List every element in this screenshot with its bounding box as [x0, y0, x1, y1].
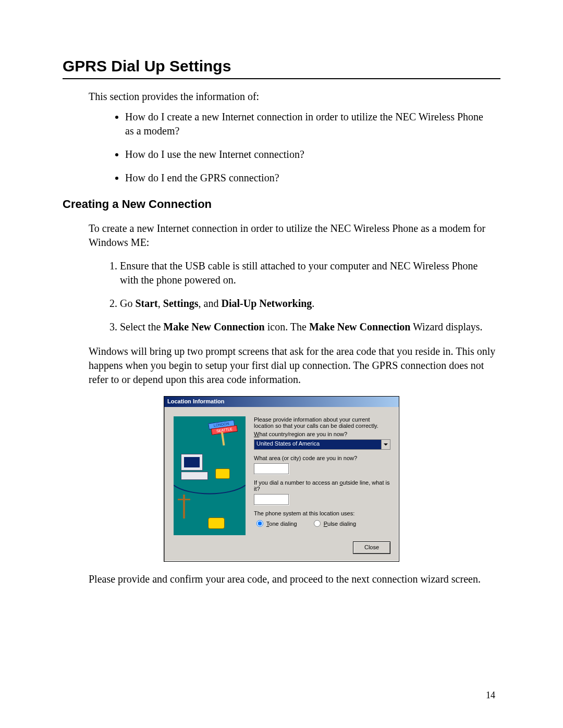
step-2-bold-dun: Dial-Up Networking	[221, 298, 312, 309]
step-2-text: .	[312, 298, 314, 309]
telephone-pole-icon	[183, 495, 185, 519]
step-2-text: , and	[199, 298, 222, 309]
step-3-bold-2: Make New Connection	[309, 321, 410, 332]
page-number: 14	[486, 690, 495, 701]
close-label: lose	[369, 544, 379, 550]
step-3-text: Wizard displays.	[410, 321, 482, 332]
bullet-item: How do I use the new Internet connection…	[125, 147, 500, 162]
country-question-text: hat country/region are you in now?	[259, 431, 347, 437]
country-select-value: United States of America	[256, 440, 320, 447]
mid-paragraph: Windows will bring up two prompt screens…	[89, 344, 500, 387]
step-1: Ensure that the USB cable is still attac…	[120, 259, 500, 287]
dialog-intro-text: Please provide information about your cu…	[254, 416, 390, 429]
signpost-icon: LONDON SEATTLE	[208, 420, 236, 438]
step-3: Select the Make New Connection icon. The…	[120, 320, 500, 334]
step-2-text: Go	[120, 298, 135, 309]
tone-label: one dialing	[269, 521, 297, 527]
country-select[interactable]: United States of America	[254, 439, 390, 450]
after-dialog-text: Please provide and confirm your area cod…	[89, 572, 500, 586]
dialog-illustration: LONDON SEATTLE	[174, 416, 246, 535]
outside-line-input[interactable]	[254, 494, 289, 505]
pulse-dialing-radio[interactable]: Pulse dialing	[311, 521, 356, 527]
document-page: GPRS Dial Up Settings This section provi…	[0, 0, 563, 728]
dialog-body: LONDON SEATTLE	[164, 407, 399, 538]
step-2-bold-start: Start	[135, 298, 157, 309]
step-2: Go Start, Settings, and Dial-Up Networki…	[120, 297, 500, 311]
tone-dialing-radio-input[interactable]	[256, 520, 263, 527]
dropdown-arrow-icon[interactable]	[381, 440, 390, 449]
step-3-text: Select the	[120, 321, 163, 332]
pulse-label: ulse dialing	[327, 521, 356, 527]
computer-icon	[181, 454, 209, 479]
tone-dialing-radio[interactable]: Tone dialing	[254, 521, 299, 527]
area-code-input[interactable]	[254, 463, 289, 474]
dialog-form: Please provide information about your cu…	[254, 416, 390, 535]
sign-post	[221, 432, 225, 446]
phone-system-label: The phone system at this location uses:	[254, 510, 390, 516]
page-title: GPRS Dial Up Settings	[63, 57, 500, 75]
location-information-dialog: Location Information LONDON SEATTLE	[164, 396, 399, 562]
bullet-item: How do I create a new Internet connectio…	[125, 110, 500, 138]
step-3-text: icon. The	[265, 321, 309, 332]
intro-text: This section provides the information of…	[89, 90, 500, 104]
numbered-steps: Ensure that the USB cable is still attac…	[63, 259, 500, 334]
phone-system-radios: Tone dialing Pulse dialing	[254, 519, 390, 527]
hotkey-underline: P	[324, 521, 327, 527]
dialog-button-row: Close	[164, 538, 399, 561]
section-heading: Creating a New Connection	[63, 198, 500, 211]
outside-line-text: If you dial a number to access an	[254, 479, 339, 486]
phone-icon	[208, 517, 225, 529]
step-2-text: ,	[158, 298, 163, 309]
phone-icon	[215, 468, 230, 479]
pulse-dialing-radio-input[interactable]	[314, 520, 321, 527]
screenshot-container: Location Information LONDON SEATTLE	[63, 396, 500, 562]
step-3-bold-1: Make New Connection	[163, 321, 264, 332]
hotkey-underline: C	[364, 544, 369, 550]
title-rule	[63, 78, 500, 79]
dialog-titlebar: Location Information	[164, 397, 399, 407]
area-code-question: What area (or city) code are you in now?	[254, 455, 390, 461]
close-button[interactable]: Close	[353, 541, 390, 554]
intro-bullets: How do I create a new Internet connectio…	[63, 110, 500, 185]
step-2-bold-settings: Settings	[163, 298, 199, 309]
section-intro: To create a new Internet connection in o…	[89, 221, 500, 250]
outside-line-question: If you dial a number to access an outsid…	[254, 479, 390, 492]
country-question: What country/region are you in now?	[254, 431, 390, 437]
bullet-item: How do I end the GPRS connection?	[125, 171, 500, 185]
hotkey-underline: W	[254, 431, 259, 437]
